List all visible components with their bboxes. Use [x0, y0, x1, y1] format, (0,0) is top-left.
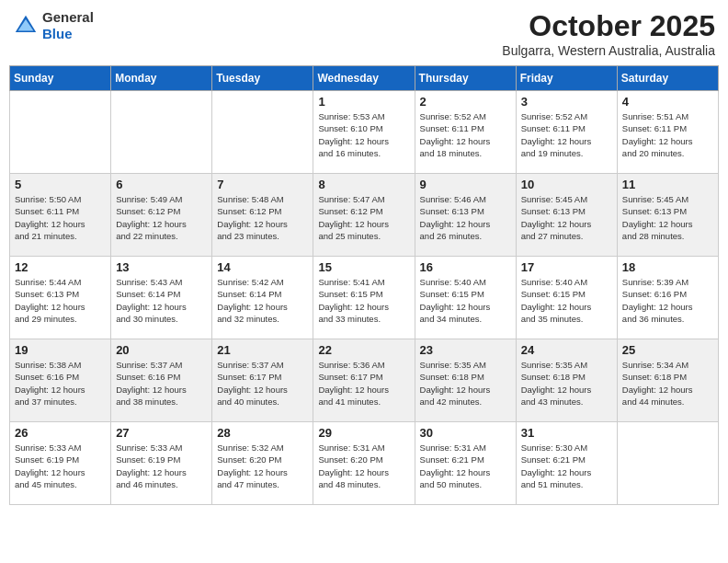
calendar-table: SundayMondayTuesdayWednesdayThursdayFrid… [9, 65, 719, 505]
day-number: 31 [521, 426, 612, 440]
calendar-day-29: 29Sunrise: 5:31 AM Sunset: 6:20 PM Dayli… [313, 422, 415, 505]
calendar-week-row: 19Sunrise: 5:38 AM Sunset: 6:16 PM Dayli… [10, 339, 719, 422]
day-info: Sunrise: 5:48 AM Sunset: 6:12 PM Dayligh… [217, 193, 308, 242]
day-info: Sunrise: 5:40 AM Sunset: 6:15 PM Dayligh… [420, 276, 511, 325]
calendar-day-21: 21Sunrise: 5:37 AM Sunset: 6:17 PM Dayli… [212, 339, 313, 422]
calendar-day-30: 30Sunrise: 5:31 AM Sunset: 6:21 PM Dayli… [415, 422, 516, 505]
day-number: 26 [15, 426, 106, 440]
calendar-day-17: 17Sunrise: 5:40 AM Sunset: 6:15 PM Dayli… [516, 257, 617, 339]
calendar-day-13: 13Sunrise: 5:43 AM Sunset: 6:14 PM Dayli… [111, 257, 212, 339]
day-number: 1 [318, 95, 409, 109]
calendar-day-22: 22Sunrise: 5:36 AM Sunset: 6:17 PM Dayli… [313, 339, 415, 422]
day-number: 27 [116, 426, 207, 440]
calendar-day-8: 8Sunrise: 5:47 AM Sunset: 6:12 PM Daylig… [313, 174, 415, 257]
day-info: Sunrise: 5:44 AM Sunset: 6:13 PM Dayligh… [15, 276, 106, 325]
day-number: 14 [217, 260, 308, 274]
day-number: 18 [622, 260, 713, 274]
calendar-empty-cell [10, 91, 111, 174]
calendar-day-15: 15Sunrise: 5:41 AM Sunset: 6:15 PM Dayli… [313, 257, 415, 339]
day-info: Sunrise: 5:41 AM Sunset: 6:15 PM Dayligh… [318, 276, 409, 325]
day-info: Sunrise: 5:46 AM Sunset: 6:13 PM Dayligh… [420, 193, 511, 242]
col-header-friday: Friday [516, 66, 617, 91]
calendar-day-9: 9Sunrise: 5:46 AM Sunset: 6:13 PM Daylig… [415, 174, 516, 257]
day-number: 5 [15, 178, 106, 191]
day-info: Sunrise: 5:37 AM Sunset: 6:17 PM Dayligh… [217, 359, 308, 408]
calendar-day-12: 12Sunrise: 5:44 AM Sunset: 6:13 PM Dayli… [10, 257, 111, 339]
day-info: Sunrise: 5:42 AM Sunset: 6:14 PM Dayligh… [217, 276, 308, 325]
day-number: 13 [116, 260, 207, 274]
calendar-day-1: 1Sunrise: 5:53 AM Sunset: 6:10 PM Daylig… [313, 91, 415, 174]
calendar-week-row: 12Sunrise: 5:44 AM Sunset: 6:13 PM Dayli… [10, 257, 719, 339]
calendar-day-6: 6Sunrise: 5:49 AM Sunset: 6:12 PM Daylig… [111, 174, 212, 257]
calendar-day-16: 16Sunrise: 5:40 AM Sunset: 6:15 PM Dayli… [415, 257, 516, 339]
day-info: Sunrise: 5:38 AM Sunset: 6:16 PM Dayligh… [15, 359, 106, 408]
calendar-day-11: 11Sunrise: 5:45 AM Sunset: 6:13 PM Dayli… [617, 174, 718, 257]
calendar-empty-cell [617, 422, 718, 505]
day-info: Sunrise: 5:31 AM Sunset: 6:21 PM Dayligh… [420, 442, 511, 490]
day-number: 24 [521, 343, 612, 357]
day-info: Sunrise: 5:45 AM Sunset: 6:13 PM Dayligh… [622, 193, 713, 242]
calendar-day-14: 14Sunrise: 5:42 AM Sunset: 6:14 PM Dayli… [212, 257, 313, 339]
day-number: 12 [15, 260, 106, 274]
calendar-day-23: 23Sunrise: 5:35 AM Sunset: 6:18 PM Dayli… [415, 339, 516, 422]
day-info: Sunrise: 5:33 AM Sunset: 6:19 PM Dayligh… [15, 442, 106, 490]
day-info: Sunrise: 5:52 AM Sunset: 6:11 PM Dayligh… [420, 110, 511, 159]
day-info: Sunrise: 5:35 AM Sunset: 6:18 PM Dayligh… [521, 359, 612, 408]
day-info: Sunrise: 5:34 AM Sunset: 6:18 PM Dayligh… [622, 359, 713, 408]
day-number: 23 [420, 343, 511, 357]
calendar-empty-cell [212, 91, 313, 174]
logo-general: General [42, 9, 94, 25]
day-number: 4 [622, 95, 713, 109]
day-number: 28 [217, 426, 308, 440]
day-info: Sunrise: 5:53 AM Sunset: 6:10 PM Dayligh… [318, 110, 409, 159]
day-number: 30 [420, 426, 511, 440]
day-number: 8 [318, 178, 409, 191]
calendar-week-row: 1Sunrise: 5:53 AM Sunset: 6:10 PM Daylig… [10, 91, 719, 174]
calendar-empty-cell [111, 91, 212, 174]
calendar-day-26: 26Sunrise: 5:33 AM Sunset: 6:19 PM Dayli… [10, 422, 111, 505]
day-info: Sunrise: 5:43 AM Sunset: 6:14 PM Dayligh… [116, 276, 207, 325]
day-number: 9 [420, 178, 511, 191]
col-header-wednesday: Wednesday [313, 66, 415, 91]
calendar-day-28: 28Sunrise: 5:32 AM Sunset: 6:20 PM Dayli… [212, 422, 313, 505]
calendar-week-row: 26Sunrise: 5:33 AM Sunset: 6:19 PM Dayli… [10, 422, 719, 505]
col-header-monday: Monday [111, 66, 212, 91]
day-info: Sunrise: 5:37 AM Sunset: 6:16 PM Dayligh… [116, 359, 207, 408]
day-number: 21 [217, 343, 308, 357]
day-number: 22 [318, 343, 409, 357]
day-number: 11 [622, 178, 713, 191]
day-info: Sunrise: 5:32 AM Sunset: 6:20 PM Dayligh… [217, 442, 308, 490]
day-info: Sunrise: 5:50 AM Sunset: 6:11 PM Dayligh… [15, 193, 106, 242]
day-info: Sunrise: 5:31 AM Sunset: 6:20 PM Dayligh… [318, 442, 409, 490]
day-info: Sunrise: 5:51 AM Sunset: 6:11 PM Dayligh… [622, 110, 713, 159]
calendar-day-25: 25Sunrise: 5:34 AM Sunset: 6:18 PM Dayli… [617, 339, 718, 422]
calendar-header-row: SundayMondayTuesdayWednesdayThursdayFrid… [10, 66, 719, 91]
calendar-day-19: 19Sunrise: 5:38 AM Sunset: 6:16 PM Dayli… [10, 339, 111, 422]
logo-blue: Blue [42, 26, 73, 41]
day-number: 16 [420, 260, 511, 274]
day-info: Sunrise: 5:30 AM Sunset: 6:21 PM Dayligh… [521, 442, 612, 490]
location-title: Bulgarra, Western Australia, Australia [502, 43, 715, 58]
page-header: General Blue October 2025 Bulgarra, West… [9, 9, 719, 58]
day-number: 10 [521, 178, 612, 191]
day-number: 6 [116, 178, 207, 191]
col-header-thursday: Thursday [415, 66, 516, 91]
calendar-day-31: 31Sunrise: 5:30 AM Sunset: 6:21 PM Dayli… [516, 422, 617, 505]
calendar-day-5: 5Sunrise: 5:50 AM Sunset: 6:11 PM Daylig… [10, 174, 111, 257]
col-header-saturday: Saturday [617, 66, 718, 91]
day-info: Sunrise: 5:33 AM Sunset: 6:19 PM Dayligh… [116, 442, 207, 490]
calendar-day-10: 10Sunrise: 5:45 AM Sunset: 6:13 PM Dayli… [516, 174, 617, 257]
day-info: Sunrise: 5:40 AM Sunset: 6:15 PM Dayligh… [521, 276, 612, 325]
day-number: 17 [521, 260, 612, 274]
day-number: 20 [116, 343, 207, 357]
col-header-tuesday: Tuesday [212, 66, 313, 91]
calendar-day-3: 3Sunrise: 5:52 AM Sunset: 6:11 PM Daylig… [516, 91, 617, 174]
day-number: 15 [318, 260, 409, 274]
day-number: 3 [521, 95, 612, 109]
logo: General Blue [13, 9, 94, 42]
logo-text: General Blue [42, 9, 94, 42]
day-number: 2 [420, 95, 511, 109]
day-info: Sunrise: 5:49 AM Sunset: 6:12 PM Dayligh… [116, 193, 207, 242]
calendar-day-27: 27Sunrise: 5:33 AM Sunset: 6:19 PM Dayli… [111, 422, 212, 505]
day-info: Sunrise: 5:47 AM Sunset: 6:12 PM Dayligh… [318, 193, 409, 242]
